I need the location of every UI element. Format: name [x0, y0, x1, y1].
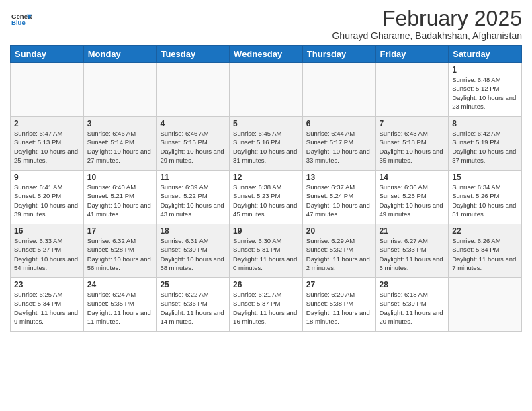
- calendar-cell: 25Sunrise: 6:22 AM Sunset: 5:36 PM Dayli…: [157, 278, 230, 332]
- calendar-cell: 22Sunrise: 6:26 AM Sunset: 5:34 PM Dayli…: [449, 224, 522, 278]
- day-info: Sunrise: 6:29 AM Sunset: 5:32 PM Dayligh…: [306, 236, 372, 272]
- logo-icon: General Blue: [11, 9, 32, 30]
- day-info: Sunrise: 6:30 AM Sunset: 5:31 PM Dayligh…: [233, 236, 299, 272]
- day-number: 17: [87, 226, 153, 236]
- calendar-cell: [302, 63, 375, 117]
- day-number: 1: [452, 65, 518, 75]
- day-number: 21: [380, 226, 445, 236]
- calendar-cell: 7Sunrise: 6:43 AM Sunset: 5:18 PM Daylig…: [375, 117, 449, 171]
- calendar-cell: [83, 63, 157, 117]
- day-info: Sunrise: 6:22 AM Sunset: 5:36 PM Dayligh…: [160, 290, 226, 326]
- day-number: 28: [380, 280, 445, 289]
- calendar-cell: 5Sunrise: 6:45 AM Sunset: 5:16 PM Daylig…: [230, 117, 303, 171]
- calendar-cell: 27Sunrise: 6:20 AM Sunset: 5:38 PM Dayli…: [302, 278, 375, 332]
- calendar-cell: [157, 63, 230, 117]
- calendar-cell: 26Sunrise: 6:21 AM Sunset: 5:37 PM Dayli…: [230, 278, 303, 332]
- day-info: Sunrise: 6:36 AM Sunset: 5:25 PM Dayligh…: [380, 183, 445, 218]
- calendar-cell: 17Sunrise: 6:32 AM Sunset: 5:28 PM Dayli…: [83, 224, 157, 278]
- week-row-1: 1Sunrise: 6:48 AM Sunset: 5:12 PM Daylig…: [11, 63, 522, 117]
- calendar-cell: 16Sunrise: 6:33 AM Sunset: 5:27 PM Dayli…: [11, 224, 84, 278]
- calendar-cell: 15Sunrise: 6:34 AM Sunset: 5:26 PM Dayli…: [449, 171, 522, 224]
- day-info: Sunrise: 6:42 AM Sunset: 5:19 PM Dayligh…: [452, 129, 518, 165]
- calendar-cell: 10Sunrise: 6:40 AM Sunset: 5:21 PM Dayli…: [83, 171, 157, 224]
- day-number: 10: [87, 173, 153, 182]
- day-number: 27: [306, 280, 372, 289]
- week-row-2: 2Sunrise: 6:47 AM Sunset: 5:13 PM Daylig…: [11, 117, 522, 171]
- subtitle: Ghurayd Gharame, Badakhshan, Afghanistan: [332, 30, 522, 41]
- col-wednesday: Wednesday: [230, 46, 303, 63]
- day-info: Sunrise: 6:26 AM Sunset: 5:34 PM Dayligh…: [452, 236, 518, 272]
- calendar-cell: 21Sunrise: 6:27 AM Sunset: 5:33 PM Dayli…: [375, 224, 449, 278]
- day-info: Sunrise: 6:43 AM Sunset: 5:18 PM Dayligh…: [380, 129, 445, 165]
- day-info: Sunrise: 6:48 AM Sunset: 5:12 PM Dayligh…: [452, 75, 518, 111]
- day-number: 11: [160, 173, 226, 182]
- calendar-cell: 6Sunrise: 6:44 AM Sunset: 5:17 PM Daylig…: [302, 117, 375, 171]
- calendar-cell: 4Sunrise: 6:46 AM Sunset: 5:15 PM Daylig…: [157, 117, 230, 171]
- month-title: February 2025: [332, 7, 522, 30]
- day-info: Sunrise: 6:38 AM Sunset: 5:23 PM Dayligh…: [233, 183, 299, 218]
- week-row-3: 9Sunrise: 6:41 AM Sunset: 5:20 PM Daylig…: [11, 171, 522, 224]
- day-info: Sunrise: 6:24 AM Sunset: 5:35 PM Dayligh…: [87, 290, 153, 326]
- day-info: Sunrise: 6:31 AM Sunset: 5:30 PM Dayligh…: [160, 236, 226, 272]
- page: General Blue February 2025 Ghurayd Ghara…: [0, 0, 532, 411]
- day-info: Sunrise: 6:46 AM Sunset: 5:14 PM Dayligh…: [87, 129, 153, 165]
- day-number: 8: [452, 119, 518, 128]
- day-number: 7: [380, 119, 445, 128]
- day-info: Sunrise: 6:39 AM Sunset: 5:22 PM Dayligh…: [160, 183, 226, 218]
- calendar-cell: [375, 63, 449, 117]
- day-info: Sunrise: 6:27 AM Sunset: 5:33 PM Dayligh…: [380, 236, 445, 272]
- calendar-cell: 20Sunrise: 6:29 AM Sunset: 5:32 PM Dayli…: [302, 224, 375, 278]
- title-block: February 2025 Ghurayd Gharame, Badakhsha…: [332, 7, 522, 41]
- day-number: 25: [160, 280, 226, 289]
- calendar-cell: 3Sunrise: 6:46 AM Sunset: 5:14 PM Daylig…: [83, 117, 157, 171]
- day-number: 15: [452, 173, 518, 182]
- day-number: 14: [380, 173, 445, 182]
- day-number: 2: [14, 119, 80, 128]
- calendar-cell: 13Sunrise: 6:37 AM Sunset: 5:24 PM Dayli…: [302, 171, 375, 224]
- week-row-4: 16Sunrise: 6:33 AM Sunset: 5:27 PM Dayli…: [11, 224, 522, 278]
- day-info: Sunrise: 6:34 AM Sunset: 5:26 PM Dayligh…: [452, 183, 518, 218]
- day-number: 22: [452, 226, 518, 236]
- calendar-cell: 12Sunrise: 6:38 AM Sunset: 5:23 PM Dayli…: [230, 171, 303, 224]
- day-number: 20: [306, 226, 372, 236]
- calendar-cell: 18Sunrise: 6:31 AM Sunset: 5:30 PM Dayli…: [157, 224, 230, 278]
- day-number: 3: [87, 119, 153, 128]
- calendar-cell: 28Sunrise: 6:18 AM Sunset: 5:39 PM Dayli…: [375, 278, 449, 332]
- day-number: 18: [160, 226, 226, 236]
- day-info: Sunrise: 6:47 AM Sunset: 5:13 PM Dayligh…: [14, 129, 80, 165]
- day-number: 19: [233, 226, 299, 236]
- day-number: 24: [87, 280, 153, 289]
- day-info: Sunrise: 6:45 AM Sunset: 5:16 PM Dayligh…: [233, 129, 299, 165]
- calendar-cell: 19Sunrise: 6:30 AM Sunset: 5:31 PM Dayli…: [230, 224, 303, 278]
- calendar-cell: 9Sunrise: 6:41 AM Sunset: 5:20 PM Daylig…: [11, 171, 84, 224]
- day-number: 6: [306, 119, 372, 128]
- day-info: Sunrise: 6:18 AM Sunset: 5:39 PM Dayligh…: [380, 290, 445, 326]
- week-row-5: 23Sunrise: 6:25 AM Sunset: 5:34 PM Dayli…: [11, 278, 522, 332]
- day-number: 13: [306, 173, 372, 182]
- header: General Blue February 2025 Ghurayd Ghara…: [10, 7, 522, 41]
- day-number: 4: [160, 119, 226, 128]
- logo: General Blue: [10, 9, 32, 32]
- col-tuesday: Tuesday: [157, 46, 230, 63]
- day-number: 9: [14, 173, 80, 182]
- day-number: 5: [233, 119, 299, 128]
- day-info: Sunrise: 6:44 AM Sunset: 5:17 PM Dayligh…: [306, 129, 372, 165]
- day-info: Sunrise: 6:25 AM Sunset: 5:34 PM Dayligh…: [14, 290, 80, 326]
- day-number: 23: [14, 280, 80, 289]
- calendar-cell: 11Sunrise: 6:39 AM Sunset: 5:22 PM Dayli…: [157, 171, 230, 224]
- day-number: 16: [14, 226, 80, 236]
- day-number: 12: [233, 173, 299, 182]
- calendar-table: Sunday Monday Tuesday Wednesday Thursday…: [10, 45, 522, 332]
- col-friday: Friday: [375, 46, 449, 63]
- calendar-cell: 1Sunrise: 6:48 AM Sunset: 5:12 PM Daylig…: [449, 63, 522, 117]
- calendar-cell: 2Sunrise: 6:47 AM Sunset: 5:13 PM Daylig…: [11, 117, 84, 171]
- day-info: Sunrise: 6:41 AM Sunset: 5:20 PM Dayligh…: [14, 183, 80, 218]
- day-info: Sunrise: 6:46 AM Sunset: 5:15 PM Dayligh…: [160, 129, 226, 165]
- day-info: Sunrise: 6:33 AM Sunset: 5:27 PM Dayligh…: [14, 236, 80, 272]
- day-info: Sunrise: 6:37 AM Sunset: 5:24 PM Dayligh…: [306, 183, 372, 218]
- col-sunday: Sunday: [11, 46, 84, 63]
- calendar-cell: 8Sunrise: 6:42 AM Sunset: 5:19 PM Daylig…: [449, 117, 522, 171]
- day-info: Sunrise: 6:20 AM Sunset: 5:38 PM Dayligh…: [306, 290, 372, 326]
- calendar-cell: [11, 63, 84, 117]
- calendar-cell: 24Sunrise: 6:24 AM Sunset: 5:35 PM Dayli…: [83, 278, 157, 332]
